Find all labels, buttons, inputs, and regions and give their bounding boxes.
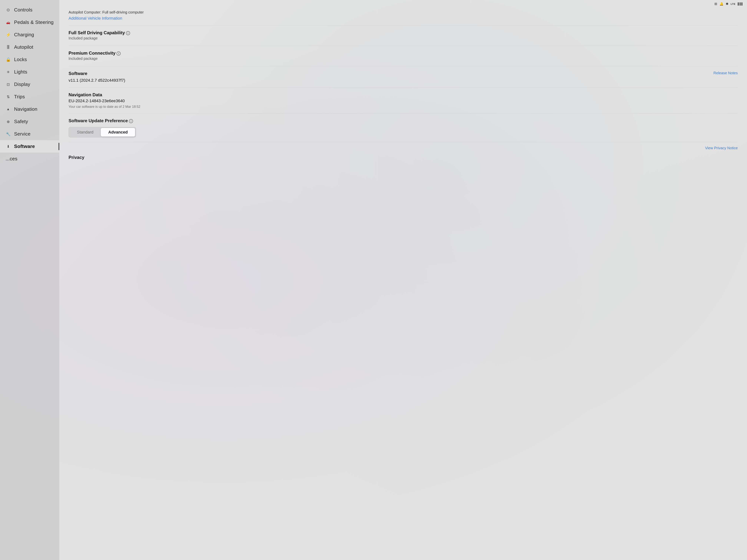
sidebar-item-lights[interactable]: ✳ Lights <box>0 66 59 78</box>
pedals-icon: 🚗 <box>5 20 11 24</box>
sidebar-item-trips[interactable]: ⇅ Trips <box>0 90 59 103</box>
controls-icon: ⊙ <box>5 7 11 12</box>
privacy-section-title: Privacy <box>69 155 84 160</box>
sidebar-item-label: Safety <box>14 119 28 125</box>
premium-connectivity-subtitle: Included package <box>69 56 738 61</box>
software-update-pref-title: Software Update Preference <box>69 118 128 123</box>
sidebar-item-label: Service <box>14 131 31 137</box>
privacy-notice-link[interactable]: View Privacy Notice <box>705 146 738 150</box>
premium-connectivity-title: Premium Connectivity <box>69 51 115 56</box>
sidebar-item-label: Lights <box>14 69 27 75</box>
fsd-subtitle: Included package <box>69 36 738 41</box>
autopilot-computer-section: Autopilot Computer: Full self-driving co… <box>69 5 738 26</box>
premium-connectivity-info-icon[interactable]: i <box>117 52 121 56</box>
release-notes-link[interactable]: Release Notes <box>714 71 738 75</box>
sidebar-item-locks[interactable]: 🔒 Locks <box>0 53 59 66</box>
sidebar-item-label: Trips <box>14 94 25 100</box>
software-title: Software <box>69 71 87 76</box>
software-icon: ⬇ <box>5 144 11 149</box>
screen-container: ⊞ 🔔 ✱ LTE ▌▌▌ ⊙ Controls 🚗 Pedals & Stee… <box>0 0 747 560</box>
software-update-preference-section: Software Update Preference i Standard Ad… <box>69 113 738 142</box>
toggle-option-advanced[interactable]: Advanced <box>101 128 135 136</box>
sidebar-item-label: Charging <box>14 32 34 37</box>
navigation-icon: ▲ <box>5 107 11 111</box>
toggle-option-standard[interactable]: Standard <box>70 128 101 136</box>
privacy-notice-row: View Privacy Notice <box>69 146 738 150</box>
service-icon: 🔧 <box>5 132 11 136</box>
autopilot-icon: 🎛 <box>5 45 11 50</box>
lte-label: LTE <box>731 3 736 5</box>
sidebar-item-label: Navigation <box>14 106 37 112</box>
lights-icon: ✳ <box>5 70 11 74</box>
display-icon: ⊡ <box>5 82 11 87</box>
sidebar-item-label: Autopilot <box>14 44 33 50</box>
sidebar-item-label: Pedals & Steering <box>14 20 54 25</box>
fsd-title: Full Self Driving Capability <box>69 30 125 35</box>
sidebar-item-display[interactable]: ⊡ Display <box>0 78 59 90</box>
software-update-pref-info-icon[interactable]: i <box>129 119 133 123</box>
software-version: v11.1 (2024.2.7 d522c44937f7) <box>69 78 738 83</box>
status-bar: ⊞ 🔔 ✱ LTE ▌▌▌ <box>714 2 743 6</box>
sidebar-item-label: Controls <box>14 7 32 13</box>
charging-icon: ⚡ <box>5 32 11 37</box>
sidebar-item-autopilot[interactable]: 🎛 Autopilot <box>0 41 59 53</box>
grid-icon: ⊞ <box>714 2 717 6</box>
sidebar-item-service[interactable]: 🔧 Service <box>0 128 59 140</box>
sidebar-item-partial: ...ces <box>0 153 59 165</box>
sidebar-item-label: Locks <box>14 57 27 62</box>
bluetooth-icon: ✱ <box>726 2 728 6</box>
sidebar-item-safety[interactable]: ⊕ Safety <box>0 115 59 128</box>
sidebar: ⊙ Controls 🚗 Pedals & Steering ⚡ Chargin… <box>0 0 59 560</box>
navigation-data-section: Navigation Data EU-2024.2-14843-23e6ee36… <box>69 87 738 113</box>
fsd-info-icon[interactable]: i <box>126 31 130 35</box>
software-header-row: Software Release Notes <box>69 71 738 77</box>
update-preference-toggle: Standard Advanced <box>69 127 136 137</box>
locks-icon: 🔒 <box>5 57 11 62</box>
sidebar-item-pedals-steering[interactable]: 🚗 Pedals & Steering <box>0 16 59 28</box>
additional-vehicle-info-link[interactable]: Additional Vehicle Information <box>69 16 122 21</box>
fsd-section: Full Self Driving Capability i Included … <box>69 26 738 46</box>
sidebar-partial-label: ...ces <box>5 156 18 162</box>
autopilot-computer-text: Autopilot Computer: Full self-driving co… <box>69 10 738 15</box>
navigation-data-note: Your car software is up to date as of 2 … <box>69 105 738 109</box>
bell-icon: 🔔 <box>719 2 723 6</box>
sidebar-item-controls[interactable]: ⊙ Controls <box>0 4 59 16</box>
safety-icon: ⊕ <box>5 119 11 124</box>
software-section: Software Release Notes v11.1 (2024.2.7 d… <box>69 66 738 87</box>
sidebar-item-label: Software <box>14 143 35 149</box>
navigation-data-title: Navigation Data <box>69 92 102 97</box>
sidebar-item-software[interactable]: ⬇ Software <box>0 140 59 153</box>
main-content: Autopilot Computer: Full self-driving co… <box>59 0 747 560</box>
premium-connectivity-section: Premium Connectivity i Included package <box>69 46 738 66</box>
navigation-data-value: EU-2024.2-14843-23e6ee3640 <box>69 99 738 103</box>
sidebar-item-navigation[interactable]: ▲ Navigation <box>0 103 59 115</box>
signal-bars: ▌▌▌ <box>738 2 743 5</box>
sidebar-item-label: Display <box>14 81 30 87</box>
privacy-section: Privacy <box>69 150 738 165</box>
sidebar-item-charging[interactable]: ⚡ Charging <box>0 28 59 41</box>
trips-icon: ⇅ <box>5 95 11 99</box>
